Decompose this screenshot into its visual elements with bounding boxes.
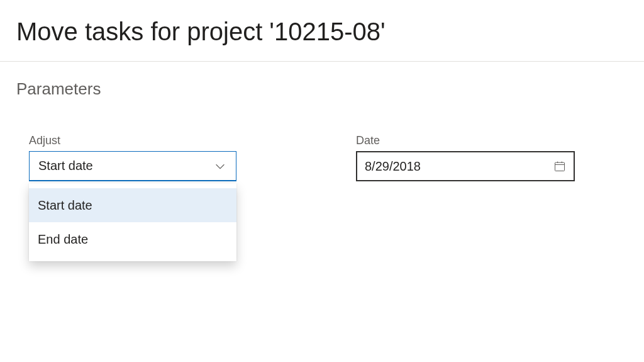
adjust-option-start-date[interactable]: Start date (29, 188, 236, 222)
parameters-row: Adjust Start date Start date End date Da… (0, 104, 644, 181)
parameters-heading: Parameters (0, 62, 644, 104)
adjust-option-label: End date (38, 232, 88, 247)
adjust-option-end-date[interactable]: End date (29, 222, 236, 256)
adjust-dropdown: Start date End date (29, 183, 236, 261)
adjust-field: Adjust Start date Start date End date (29, 134, 236, 181)
chevron-down-icon (213, 159, 227, 173)
calendar-icon (553, 160, 566, 173)
adjust-select[interactable]: Start date (29, 151, 236, 181)
date-label: Date (356, 134, 575, 147)
page-title: Move tasks for project '10215-08' (0, 0, 644, 61)
date-field: Date 8/29/2018 (356, 134, 575, 181)
date-input[interactable]: 8/29/2018 (356, 151, 575, 181)
svg-rect-0 (555, 162, 565, 171)
adjust-label: Adjust (29, 134, 236, 147)
adjust-select-value: Start date (38, 159, 93, 173)
date-value: 8/29/2018 (365, 159, 421, 174)
adjust-option-label: Start date (38, 198, 92, 213)
